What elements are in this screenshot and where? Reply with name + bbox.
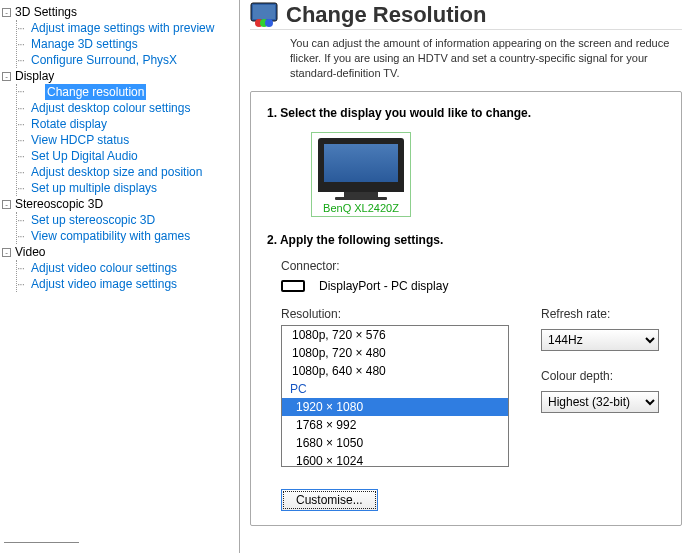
colour-depth-label: Colour depth: [541, 369, 665, 383]
tree-item[interactable]: Rotate display [17, 116, 237, 132]
resolution-option[interactable]: 1920 × 1080 [282, 398, 508, 416]
tree-category-label: Stereoscopic 3D [15, 197, 103, 211]
settings-panel: 1. Select the display you would like to … [250, 91, 682, 526]
monitor-color-icon [250, 2, 278, 28]
tree-category[interactable]: -Video [2, 244, 237, 260]
tree-category[interactable]: -3D Settings [2, 4, 237, 20]
connector-label: Connector: [267, 259, 665, 273]
step1-title: 1. Select the display you would like to … [267, 106, 665, 120]
display-label: BenQ XL2420Z [318, 202, 404, 214]
resolution-option[interactable]: 1080p, 640 × 480 [282, 362, 508, 380]
resolution-option[interactable]: 1680 × 1050 [282, 434, 508, 452]
tree-item[interactable]: View compatibility with games [17, 228, 237, 244]
colour-depth-select[interactable]: Highest (32-bit) [541, 391, 659, 413]
collapse-icon[interactable]: - [2, 200, 11, 209]
tree-item[interactable]: Manage 3D settings [17, 36, 237, 52]
svg-rect-1 [253, 5, 275, 19]
tree-item[interactable]: Change resolution [45, 84, 146, 100]
refresh-select[interactable]: 144Hz [541, 329, 659, 351]
tree-item[interactable]: Set Up Digital Audio [17, 148, 237, 164]
resolution-option[interactable]: 1080p, 720 × 480 [282, 344, 508, 362]
tree-item[interactable]: Configure Surround, PhysX [17, 52, 237, 68]
resolution-label: Resolution: [281, 307, 509, 321]
displayport-icon [281, 280, 305, 292]
refresh-label: Refresh rate: [541, 307, 665, 321]
sidebar-tree: -3D SettingsAdjust image settings with p… [0, 0, 240, 553]
monitor-icon [318, 138, 404, 200]
tree-item[interactable]: Adjust image settings with preview [17, 20, 237, 36]
tree-item[interactable]: Set up multiple displays [17, 180, 237, 196]
resolution-option[interactable]: 1080p, 720 × 576 [282, 326, 508, 344]
step2-title: 2. Apply the following settings. [267, 233, 665, 247]
collapse-icon[interactable]: - [2, 248, 11, 257]
page-header: Change Resolution [250, 0, 682, 30]
tree-item[interactable]: View HDCP status [17, 132, 237, 148]
main-panel: Change Resolution You can adjust the amo… [240, 0, 692, 553]
tree-category-label: Display [15, 69, 54, 83]
resolution-option[interactable]: 1600 × 1024 [282, 452, 508, 467]
tree-item[interactable]: Adjust desktop size and position [17, 164, 237, 180]
resolution-listbox[interactable]: 1080p, 720 × 5761080p, 720 × 4801080p, 6… [281, 325, 509, 467]
tree-category-label: Video [15, 245, 45, 259]
page-title: Change Resolution [286, 2, 486, 28]
tree-item[interactable]: Adjust video image settings [17, 276, 237, 292]
collapse-icon[interactable]: - [2, 8, 11, 17]
tree-category[interactable]: -Display [2, 68, 237, 84]
sidebar-divider [4, 542, 79, 543]
tree-item[interactable]: Set up stereoscopic 3D [17, 212, 237, 228]
collapse-icon[interactable]: - [2, 72, 11, 81]
resolution-group-header: PC [282, 380, 508, 398]
resolution-option[interactable]: 1768 × 992 [282, 416, 508, 434]
tree-category-label: 3D Settings [15, 5, 77, 19]
tree-category[interactable]: -Stereoscopic 3D [2, 196, 237, 212]
customise-button[interactable]: Customise... [281, 489, 378, 511]
tree-item[interactable]: Adjust desktop colour settings [17, 100, 237, 116]
connector-value: DisplayPort - PC display [319, 279, 448, 293]
display-tile[interactable]: BenQ XL2420Z [311, 132, 411, 217]
svg-point-4 [265, 19, 273, 27]
intro-text: You can adjust the amount of information… [250, 30, 682, 87]
tree-item[interactable]: Adjust video colour settings [17, 260, 237, 276]
